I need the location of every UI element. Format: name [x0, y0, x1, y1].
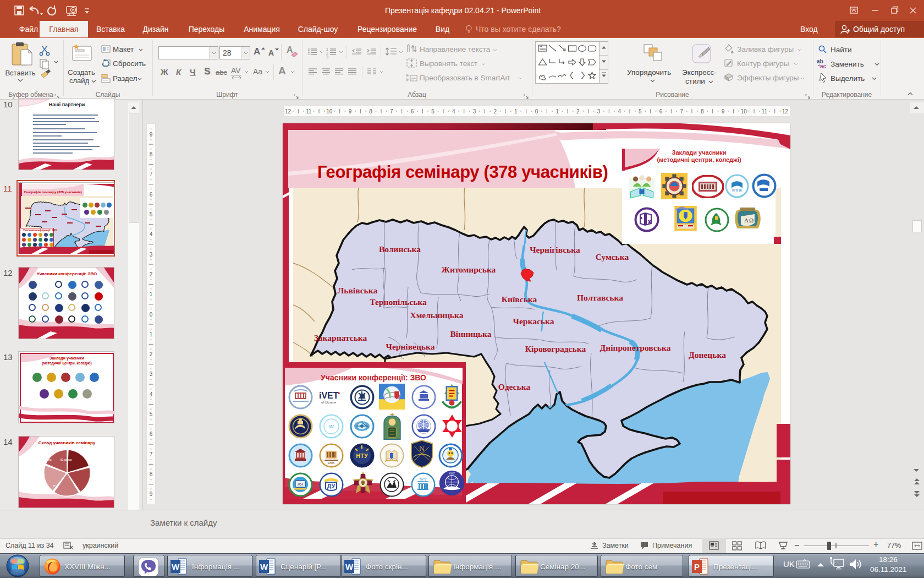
svg-text:W: W	[345, 562, 354, 571]
svg-text:1: 1	[150, 331, 153, 337]
svg-text:10: 10	[326, 108, 333, 114]
svg-text:3: 3	[150, 252, 153, 258]
svg-text:3: 3	[150, 371, 153, 377]
svg-text:8: 8	[150, 471, 153, 477]
svg-text:2: 2	[493, 108, 497, 114]
svg-text:3: 3	[597, 108, 601, 114]
svg-text:9: 9	[349, 108, 352, 114]
svg-text:3: 3	[473, 108, 476, 114]
svg-text:12: 12	[782, 108, 789, 114]
svg-text:7: 7	[150, 451, 153, 457]
svg-text:7: 7	[680, 108, 683, 114]
svg-text:9: 9	[150, 491, 153, 497]
svg-text:4: 4	[452, 108, 455, 114]
svg-text:10: 10	[741, 108, 747, 114]
svg-text:Λ: Λ	[744, 217, 749, 223]
svg-text:7: 7	[150, 171, 153, 177]
svg-text:1: 1	[150, 291, 153, 297]
svg-text:11: 11	[762, 108, 768, 114]
svg-text:A: A	[411, 44, 414, 50]
svg-text:9: 9	[722, 108, 725, 114]
svg-text:W: W	[172, 562, 180, 571]
svg-text:8: 8	[150, 151, 153, 157]
svg-text:12: 12	[285, 108, 292, 114]
svg-text:5: 5	[150, 211, 153, 217]
svg-text:ХНУ: ХНУ	[449, 472, 455, 475]
svg-text:1885: 1885	[327, 461, 335, 465]
svg-text:НТУ: НТУ	[356, 452, 368, 459]
svg-text:6: 6	[150, 192, 153, 198]
svg-text:КППК: КППК	[732, 188, 743, 192]
svg-text:4: 4	[150, 231, 153, 237]
svg-text:Ω: Ω	[749, 217, 754, 223]
svg-text:ДУ: ДУ	[327, 483, 336, 489]
svg-text:P: P	[694, 562, 700, 571]
svg-text:2: 2	[150, 351, 153, 357]
svg-text:ΛЯ: ΛЯ	[298, 482, 303, 486]
svg-text:ТНТУ: ТНТУ	[420, 478, 427, 481]
svg-text:W: W	[260, 562, 268, 571]
svg-text:6: 6	[411, 108, 414, 114]
svg-text:7: 7	[390, 108, 393, 114]
svg-text:2: 2	[150, 271, 153, 277]
svg-text:11: 11	[306, 108, 312, 114]
svg-text:6: 6	[150, 431, 153, 437]
svg-text:4: 4	[618, 108, 621, 114]
svg-text:8: 8	[369, 108, 372, 114]
svg-text:0: 0	[150, 312, 153, 318]
svg-text:4: 4	[150, 391, 153, 397]
svg-text:5: 5	[150, 411, 153, 417]
svg-text:5: 5	[431, 108, 435, 114]
svg-text:2: 2	[576, 108, 580, 114]
svg-text:8: 8	[701, 108, 704, 114]
svg-text:6: 6	[659, 108, 663, 114]
svg-text:W: W	[329, 424, 334, 429]
svg-text:ac: ac	[820, 63, 827, 69]
svg-text:5: 5	[639, 108, 642, 114]
svg-text:1: 1	[556, 108, 559, 114]
svg-text:1: 1	[514, 108, 518, 114]
svg-text:9: 9	[150, 132, 153, 138]
svg-text:0: 0	[535, 108, 538, 114]
